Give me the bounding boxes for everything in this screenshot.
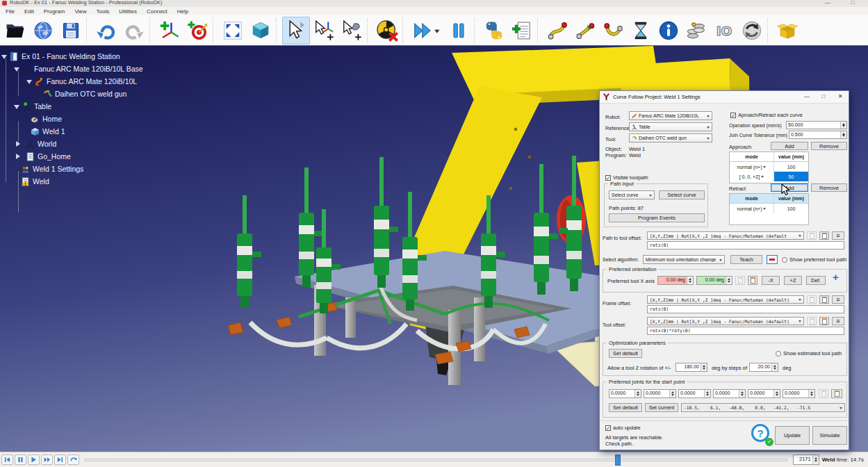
show-estimated-radio[interactable]: Show estimated tool path — [776, 350, 842, 357]
window-maximize-button[interactable]: □ — [845, 0, 860, 6]
spinner-arrows[interactable] — [840, 122, 846, 129]
paste-button[interactable] — [819, 231, 829, 240]
dialog-maximize-button[interactable]: □ — [815, 91, 832, 103]
tree-item-station[interactable]: Ex 01 - Fanuc Welding Station — [1, 50, 120, 63]
spinner-arrows[interactable] — [773, 390, 780, 398]
isometric-view-button[interactable] — [247, 17, 275, 44]
spinner-arrows[interactable] — [812, 455, 819, 464]
simulation-replay-button[interactable] — [67, 454, 79, 465]
move-reference-frame-button[interactable] — [310, 17, 338, 44]
joint-4-input[interactable]: 0.0000 — [713, 389, 746, 398]
dialog-titlebar[interactable]: Curve Follow Project: Weld 1 Settings — … — [600, 91, 849, 104]
visible-toolpath-checkbox[interactable]: ✓ Visible toolpath — [605, 174, 648, 181]
select-cursor-button[interactable] — [282, 17, 310, 44]
tree-item-weld-gun[interactable]: Daihen OTC weld gun — [40, 88, 126, 100]
menu-view[interactable]: View — [74, 8, 86, 15]
approach-retract-checkbox[interactable]: ✓ Aproach/Retract each curve — [730, 112, 803, 118]
approach-add-button[interactable]: Add — [771, 142, 808, 150]
tree-item-weld-object[interactable]: Weld 1 — [28, 125, 65, 138]
tree-item-weld-settings[interactable]: Weld 1 Settings — [18, 163, 83, 175]
minus-x-button[interactable]: -X — [762, 276, 780, 285]
axis-angle-1-input[interactable]: 0.00 deg — [657, 276, 694, 285]
menu-tools[interactable]: Tools — [97, 8, 110, 15]
timeline-handle[interactable] — [615, 454, 621, 466]
expander-icon[interactable] — [26, 80, 32, 87]
tree-item-robot[interactable]: Fanuc ARC Mate 120iB/10L — [26, 75, 137, 88]
simulation-fast-button[interactable] — [41, 454, 53, 465]
approach-remove-button[interactable]: Remove — [811, 142, 847, 150]
options-menu-button[interactable]: ≡ — [832, 317, 844, 325]
tool-offset-input[interactable]: rotx(0)*roty(0) — [647, 327, 844, 335]
joint-6-input[interactable]: 0.0000 — [783, 389, 815, 398]
refresh-button[interactable] — [738, 17, 766, 44]
station-info-button[interactable] — [655, 17, 682, 44]
expander-icon[interactable] — [16, 141, 23, 147]
tree-item-go-home-program[interactable]: Go_Home — [14, 150, 71, 163]
current-joints-select[interactable]: -18.5, 6.1, -48.8, 0.0, -41.2, -71.5 — [681, 403, 845, 412]
joint-3-input[interactable]: 0.0000 — [678, 389, 711, 398]
program-events-button[interactable]: Program Events — [609, 213, 705, 222]
joint-5-input[interactable]: 0.0000 — [748, 389, 780, 398]
selected-cell[interactable]: 50 — [774, 172, 808, 181]
cycle-time-button[interactable] — [627, 17, 655, 44]
tool-select[interactable]: Daihen OTC weld gun — [629, 133, 712, 142]
default-button[interactable]: Def. — [806, 276, 826, 285]
simulation-skip-start-button[interactable] — [1, 454, 13, 465]
io-status-button[interactable]: IO — [710, 17, 738, 44]
remove-teach-button[interactable] — [767, 255, 778, 264]
spinner-arrows[interactable] — [701, 363, 707, 371]
robot-select[interactable]: Fanuc ARC Mate 120iB/10L — [629, 111, 712, 120]
table-row[interactable]: normal (n+) 100 — [730, 204, 808, 213]
save-station-button[interactable] — [57, 17, 85, 44]
spinner-arrows[interactable] — [840, 131, 846, 138]
steps-input[interactable]: 20.00 — [749, 363, 778, 372]
online-library-button[interactable] — [29, 17, 57, 44]
paste-button[interactable] — [819, 317, 829, 325]
set-default-button[interactable]: Set default — [609, 403, 642, 412]
update-button[interactable]: Update — [775, 426, 810, 445]
spinner-arrows[interactable] — [687, 277, 693, 284]
teach-button[interactable]: Teach — [730, 255, 762, 264]
set-default-button[interactable]: Set default — [609, 349, 642, 358]
plus-z-button[interactable]: +Z — [784, 276, 802, 285]
simulation-timeline-slider[interactable] — [85, 459, 787, 461]
expander-icon[interactable] — [16, 154, 23, 159]
table-row[interactable]: normal (n+) 100 — [730, 162, 808, 172]
tree-item-table-frame[interactable]: Table — [14, 100, 51, 113]
frame-counter-input[interactable]: 2171 — [793, 454, 819, 465]
paste-button[interactable] — [831, 389, 842, 398]
tree-item-world-frame[interactable]: World — [14, 138, 56, 150]
machining-project-button[interactable] — [599, 17, 627, 44]
spinner-arrows[interactable] — [739, 390, 745, 398]
select-curve-dropdown[interactable]: Select curve — [609, 190, 655, 199]
spinner-arrows[interactable] — [726, 277, 732, 284]
window-minimize-button[interactable]: — — [820, 0, 835, 6]
point-follow-project-button[interactable] — [571, 17, 599, 44]
spinner-arrows[interactable] — [704, 390, 710, 398]
select-curve-button[interactable]: Select curve — [659, 190, 705, 199]
expander-icon[interactable] — [14, 67, 19, 74]
move-robot-button[interactable] — [338, 17, 366, 44]
axis-angle-2-input[interactable]: 0.00 deg — [696, 276, 732, 285]
menu-edit[interactable]: Edit — [24, 8, 34, 15]
rotation-input[interactable]: 180.00 — [675, 363, 707, 372]
expander-icon[interactable] — [14, 105, 19, 112]
menu-help[interactable]: Help — [177, 8, 188, 15]
frame-offset-format-select[interactable]: [X,Y,Z]mm | Rot[X,Y ,Z ]deg - Fanuc/Moto… — [647, 295, 804, 304]
operation-speed-input[interactable]: 50.000 — [786, 121, 847, 129]
frame-offset-input[interactable]: rotz(0) — [647, 305, 844, 313]
add-python-script-button[interactable] — [480, 17, 508, 44]
open-file-button[interactable] — [1, 17, 29, 44]
package-export-button[interactable] — [773, 17, 801, 44]
paste-button[interactable] — [748, 276, 758, 285]
joint-2-input[interactable]: 0.0000 — [644, 389, 676, 398]
fit-view-button[interactable] — [219, 17, 247, 44]
sequence-button[interactable] — [682, 17, 710, 44]
set-current-button[interactable]: Set current — [645, 403, 678, 412]
tree-item-weld-program[interactable]: Weld — [18, 175, 49, 188]
menu-connect[interactable]: Connect — [147, 8, 167, 15]
simulation-play-button[interactable] — [28, 454, 40, 465]
menu-utilities[interactable]: Utilities — [119, 8, 137, 15]
fast-simulation-button[interactable] — [409, 17, 445, 44]
help-check-icon[interactable]: ? ✓ — [751, 424, 772, 445]
